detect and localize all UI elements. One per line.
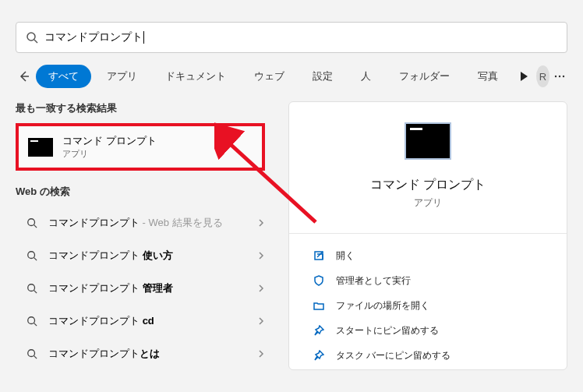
svg-point-0: [27, 33, 35, 41]
tab-web[interactable]: ウェブ: [242, 65, 297, 88]
web-result-item[interactable]: コマンドプロンプト - Web 結果を見る: [16, 207, 281, 239]
play-icon: [518, 71, 529, 82]
best-match-result[interactable]: コマンド プロンプト アプリ: [16, 123, 265, 171]
action-item[interactable]: 開く: [311, 243, 545, 268]
chevron-right-icon: [257, 350, 265, 358]
web-results-list: コマンドプロンプト - Web 結果を見るコマンドプロンプト 使い方コマンドプロ…: [16, 207, 281, 370]
preview-title: コマンド プロンプト: [370, 177, 486, 193]
more-button[interactable]: [553, 64, 567, 89]
folder-icon: [313, 300, 324, 311]
search-bar[interactable]: コマンドプロンプト: [16, 22, 567, 53]
svg-point-13: [28, 350, 35, 357]
user-avatar[interactable]: R: [536, 65, 549, 87]
action-label: 管理者として実行: [336, 274, 411, 288]
actions-list: 開く管理者として実行ファイルの場所を開くスタートにピン留めするタスク バーにピン…: [289, 233, 567, 368]
tab-people[interactable]: 人: [348, 65, 383, 88]
svg-line-8: [34, 258, 37, 261]
svg-point-3: [559, 76, 560, 77]
web-result-item[interactable]: コマンドプロンプト cd: [16, 305, 281, 337]
search-icon: [26, 31, 38, 44]
chevron-right-icon: [257, 284, 265, 292]
chevron-right-icon: [257, 252, 265, 260]
play-button[interactable]: [517, 64, 532, 89]
back-button[interactable]: [16, 64, 33, 89]
search-icon: [26, 316, 37, 327]
web-result-text: コマンドプロンプト 管理者: [48, 281, 257, 295]
shield-icon: [313, 275, 324, 286]
action-item[interactable]: スタートにピン留めする: [311, 318, 545, 343]
pin-icon: [313, 350, 324, 361]
action-label: スタートにピン留めする: [336, 324, 439, 337]
tab-settings[interactable]: 設定: [300, 65, 345, 88]
open-icon: [313, 250, 324, 261]
filter-tabs: すべて アプリ ドキュメント ウェブ 設定 人 フォルダー 写真 R: [16, 64, 567, 89]
svg-line-10: [34, 291, 37, 294]
action-label: ファイルの場所を開く: [336, 299, 429, 313]
command-prompt-icon: [28, 138, 53, 157]
svg-point-2: [555, 76, 556, 77]
svg-point-4: [563, 76, 564, 77]
tab-all[interactable]: すべて: [36, 65, 91, 88]
best-match-label: 最も一致する検索結果: [16, 101, 281, 115]
arrow-left-icon: [18, 70, 30, 83]
search-icon: [26, 250, 37, 261]
web-result-item[interactable]: コマンドプロンプト 管理者: [16, 272, 281, 305]
chevron-right-icon: [257, 317, 265, 325]
svg-point-9: [28, 284, 35, 291]
preview-subtitle: アプリ: [414, 196, 442, 210]
search-icon: [26, 283, 37, 294]
search-icon: [26, 348, 37, 359]
web-result-item[interactable]: コマンドプロンプト 使い方: [16, 239, 281, 272]
svg-line-14: [34, 356, 37, 359]
preview-panel: コマンド プロンプト アプリ 開く管理者として実行ファイルの場所を開くスタートに…: [288, 101, 567, 370]
svg-line-6: [34, 225, 37, 228]
tab-app[interactable]: アプリ: [94, 65, 150, 88]
tab-doc[interactable]: ドキュメント: [153, 65, 238, 88]
action-item[interactable]: ファイルの場所を開く: [311, 293, 545, 318]
svg-point-11: [28, 317, 35, 324]
best-match-subtitle: アプリ: [62, 148, 157, 160]
action-item[interactable]: 管理者として実行: [311, 268, 545, 293]
best-match-title: コマンド プロンプト: [62, 134, 157, 148]
search-icon: [26, 217, 37, 228]
web-result-item[interactable]: コマンドプロンプトとは: [16, 337, 281, 370]
svg-line-1: [34, 40, 37, 43]
web-result-text: コマンドプロンプト 使い方: [48, 249, 257, 263]
action-label: 開く: [336, 249, 355, 263]
web-result-text: コマンドプロンプト cd: [48, 314, 257, 328]
web-search-label: Web の検索: [16, 185, 281, 199]
action-label: タスク バーにピン留めする: [336, 349, 450, 362]
action-item[interactable]: タスク バーにピン留めする: [311, 343, 545, 368]
svg-point-7: [28, 252, 35, 259]
svg-line-12: [34, 323, 37, 327]
web-result-text: コマンドプロンプトとは: [48, 347, 257, 361]
tab-photo[interactable]: 写真: [465, 65, 511, 88]
preview-app-icon: [405, 122, 451, 160]
more-horizontal-icon: [553, 70, 566, 83]
svg-point-5: [28, 219, 35, 226]
chevron-right-icon: [257, 219, 265, 227]
web-result-text: コマンドプロンプト - Web 結果を見る: [48, 216, 257, 230]
pin-icon: [313, 325, 324, 336]
search-input-text: コマンドプロンプト: [44, 30, 143, 44]
tab-folder[interactable]: フォルダー: [387, 65, 462, 88]
